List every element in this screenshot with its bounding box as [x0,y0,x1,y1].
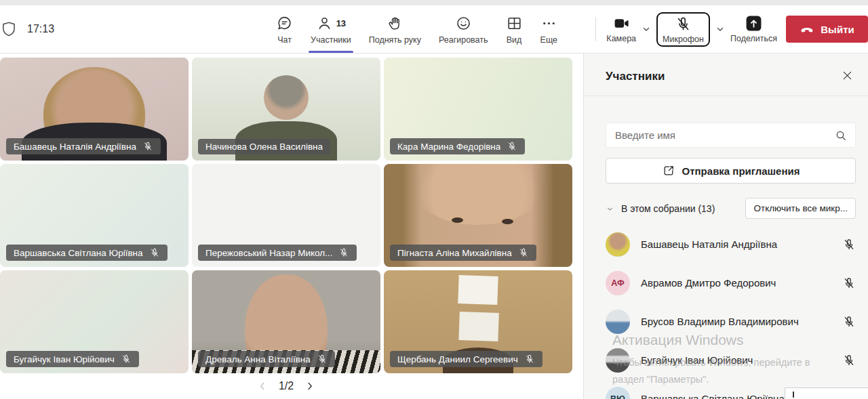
search-icon [834,129,848,142]
section-label: В этом собрании (13) [621,203,715,214]
participants-panel-header: Участники [606,54,856,96]
participant-name: Башавець Наталія Андріївна [641,238,831,250]
video-tile[interactable]: Древаль Анна Віталіївна [192,270,380,373]
participant-name-tag: Щербань Даниил Сергеевич [390,351,542,367]
send-invite-button[interactable]: Отправка приглашения [606,158,856,184]
panel-title: Участники [606,70,665,83]
participant-row[interactable]: АФ Аврамов Дмитро Федорович [606,264,856,302]
participant-name: Начинова Олена Василівна [205,142,323,152]
view-grid-icon [506,15,523,32]
participant-name: Кара Марина Федорівна [397,142,500,152]
page-next-chevron-icon[interactable] [304,380,316,392]
toolbar-tab-react[interactable]: Реагировать [433,5,494,53]
participant-name-tag: Начинова Олена Василівна [198,139,330,154]
toolbar-tab-participants[interactable]: 13 Участники [304,5,357,53]
participant-search-box [606,123,856,148]
participant-name: Бугайчук Іван Юрійович [14,354,115,364]
participant-count-badge: 13 [336,18,346,28]
mic-muted-icon [675,16,692,33]
video-tile[interactable]: Бугайчук Іван Юрійович [0,270,189,373]
shield-icon [0,20,18,38]
people-icon [316,15,333,32]
mic-muted-icon[interactable] [842,276,856,290]
participant-name: Пігнаста Аліна Михайлівна [397,248,512,258]
in-meeting-section-header: В этом собрании (13) Отключить все микр.… [606,198,856,219]
meeting-window: 17:13 Чат 13 Участники Поднять руку Реаг… [0,0,868,399]
participant-row[interactable]: Брусов Владимир Владимирович [606,302,856,341]
avatar [606,232,630,257]
participant-name-tag: Башавець Наталія Андріївна [6,138,161,154]
microphone-button[interactable]: Микрофон [656,12,710,47]
participant-name-tag: Кара Марина Федорівна [390,138,525,154]
participant-row[interactable]: Бугайчук Іван Юрійович [606,341,856,379]
participants-panel: Участники Отправка приглашения В этом со… [583,54,868,399]
share-screen-icon [745,15,762,32]
mic-muted-icon[interactable] [842,238,856,251]
avatar [606,348,630,373]
react-smiley-icon [455,15,472,32]
toolbar-divider [595,17,596,41]
panel-divider [584,96,868,96]
avatar: ВЮ [606,387,630,399]
page-prev-chevron-icon[interactable] [256,380,269,392]
avatar: АФ [606,271,630,295]
video-tile[interactable]: Щербань Даниил Сергеевич [384,270,572,373]
section-chevron-down-icon[interactable] [606,204,614,213]
more-ellipsis-icon [540,15,557,32]
mic-muted-icon[interactable] [842,315,856,329]
participant-name: Древаль Анна Віталіївна [205,354,311,364]
grid-pagination: 1/2 [0,380,572,392]
participant-name: Пережовський Назар Микол... [205,248,332,258]
meeting-stage: Башавець Наталія Андріївна Начинова Олен… [0,54,868,399]
toolbar-tab-view[interactable]: Вид [500,5,529,53]
toolbar-right-controls: Камера Микрофон Поделиться Выйти [595,5,868,53]
participant-name: Щербань Даниил Сергеевич [397,354,518,364]
toolbar-tab-more[interactable]: Еще [534,5,564,53]
toolbar-tab-chat[interactable]: Чат [270,5,299,53]
video-tile[interactable]: Начинова Олена Василівна [192,58,380,161]
raise-hand-icon [387,15,403,32]
camera-button[interactable]: Камера [606,15,636,43]
participant-name-tag: Пігнаста Аліна Михайлівна [390,245,536,261]
camera-options-chevron[interactable] [641,24,652,35]
toolbar-tabs: Чат 13 Участники Поднять руку Реагироват… [270,5,564,53]
video-tile[interactable]: ВЮ Варшавська Світлана Юріївна [0,164,189,267]
mic-muted-icon[interactable] [842,354,856,367]
hang-up-icon [800,22,814,37]
participant-name-tag: Бугайчук Іван Юрійович [6,351,139,367]
search-input[interactable] [614,129,834,142]
participant-name-tag: Древаль Анна Віталіївна [198,351,335,367]
mic-muted-icon [121,354,132,364]
mic-muted-icon [317,354,328,364]
toolbar-tab-raise-hand[interactable]: Поднять руку [363,5,427,53]
video-tile[interactable]: Пігнаста Аліна Михайлівна [384,164,572,267]
page-indicator: 1/2 [279,380,294,392]
video-tile[interactable]: Башавець Наталія Андріївна [0,58,189,161]
invite-share-icon [662,164,675,177]
camera-icon [613,15,630,32]
tooltip-stub [785,387,868,399]
mic-muted-icon [142,141,153,152]
participant-name: Бугайчук Іван Юрійович [641,354,831,366]
video-grid: Башавець Наталія Андріївна Начинова Олен… [0,58,572,373]
microphone-options-chevron[interactable] [715,24,726,35]
meeting-toolbar: 17:13 Чат 13 Участники Поднять руку Реаг… [0,5,868,54]
participant-name-tag: Пережовський Назар Микол... [198,245,357,261]
chat-icon [276,15,293,32]
avatar [606,310,630,334]
leave-button[interactable]: Выйти [786,16,868,43]
timer-group: 17:13 [0,20,54,38]
mute-all-button[interactable]: Отключить все микр... [745,198,856,219]
window-top-strip [0,0,868,5]
participant-name-tag: Варшавська Світлана Юріївна [6,245,167,261]
close-icon[interactable] [841,69,856,84]
mic-muted-icon [338,247,349,258]
video-tile[interactable]: Кара Марина Федорівна [384,58,572,161]
share-button[interactable]: Поделиться [730,15,777,43]
video-tile[interactable]: Пережовський Назар Микол... [192,164,380,267]
participant-name: Аврамов Дмитро Федорович [641,277,831,289]
mic-muted-icon [507,141,517,152]
participant-row[interactable]: Башавець Наталія Андріївна [606,225,856,264]
participant-name: Брусов Владимир Владимирович [641,316,831,327]
meeting-timer: 17:13 [27,23,54,35]
